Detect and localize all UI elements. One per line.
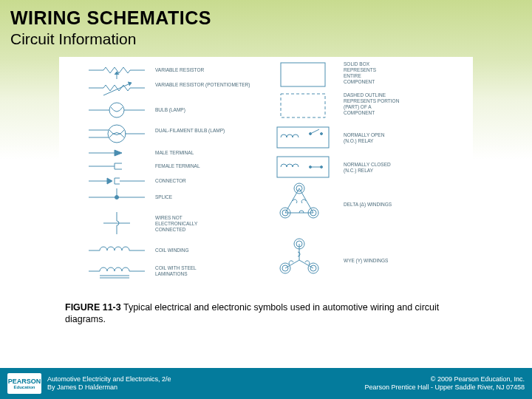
copyright-line: © 2009 Pearson Education, Inc.	[364, 375, 525, 383]
svg-text:WIRES NOTELECTRONICALLYCONNECT: WIRES NOTELECTRONICALLYCONNECTED	[155, 215, 198, 232]
label-female: FEMALE TERMINAL	[155, 163, 200, 168]
svg-point-33	[321, 133, 323, 135]
publisher-line: Pearson Prentice Hall - Upper Saddle Riv…	[364, 383, 525, 392]
svg-text:COIL WITH STEELLAMINATIONS: COIL WITH STEELLAMINATIONS	[155, 265, 197, 276]
svg-point-9	[108, 125, 126, 143]
svg-text:NORMALLY CLOSED(N.C.) RELAY: NORMALLY CLOSED(N.C.) RELAY	[344, 162, 391, 174]
pearson-logo-icon: PEARSON Education	[7, 373, 41, 394]
schematic-symbols-diagram: VARIABLE RESISTOR VARIABLE RESISTOR (POT…	[59, 57, 473, 297]
footer-book-info: Automotive Electricity and Electronics, …	[47, 375, 171, 392]
svg-text:DASHED OUTLINEREPRESENTS PORTI: DASHED OUTLINEREPRESENTS PORTION(PART) O…	[344, 92, 400, 115]
svg-text:SOLID BOXREPRESENTSENTIRECOMPO: SOLID BOXREPRESENTSENTIRECOMPONENT	[344, 61, 377, 84]
label-coil: COIL WINDING	[155, 248, 189, 253]
slide-subtitle: Circuit Information	[10, 30, 522, 48]
book-title: Automotive Electricity and Electronics, …	[47, 375, 171, 383]
label-bulb: BULB (LAMP)	[155, 107, 185, 113]
label-var-resistor: VARIABLE RESISTOR	[155, 67, 205, 72]
svg-rect-30	[281, 94, 325, 117]
figure-caption: FIGURE 11-3 Typical electrical and elect…	[65, 301, 479, 326]
slide-footer: PEARSON Education Automotive Electricity…	[0, 368, 532, 399]
svg-line-5	[103, 83, 130, 95]
slide-header: WIRING SCHEMATICS Circuit Information	[0, 0, 532, 51]
label-connector: CONNECTOR	[155, 178, 186, 183]
svg-text:DUAL-FILAMENT BULB (LAMP): DUAL-FILAMENT BULB (LAMP)	[155, 128, 225, 134]
label-delta: DELTA (Δ) WINDINGS	[344, 202, 392, 208]
diagram-panel: VARIABLE RESISTOR VARIABLE RESISTOR (POT…	[59, 57, 473, 297]
figure-caption-text: Typical electrical and electronic symbol…	[65, 302, 439, 324]
svg-rect-31	[277, 127, 329, 148]
label-wye: WYE (Y) WINDINGS	[344, 258, 389, 264]
svg-line-34	[310, 129, 319, 134]
label-male: MALE TERMINAL	[155, 150, 194, 155]
slide-title: WIRING SCHEMATICS	[10, 7, 522, 29]
figure-number: FIGURE 11-3	[65, 302, 121, 313]
svg-text:NORMALLY OPEN(N.O.) RELAY: NORMALLY OPEN(N.O.) RELAY	[344, 132, 385, 144]
book-author: By James D Halderman	[47, 383, 171, 392]
footer-copyright: © 2009 Pearson Education, Inc. Pearson P…	[364, 375, 525, 392]
label-pot: VARIABLE RESISTOR (POTENTIOMETER)	[155, 82, 250, 88]
svg-rect-29	[281, 63, 325, 86]
label-splice: SPLICE	[155, 194, 173, 200]
svg-point-6	[109, 103, 124, 117]
